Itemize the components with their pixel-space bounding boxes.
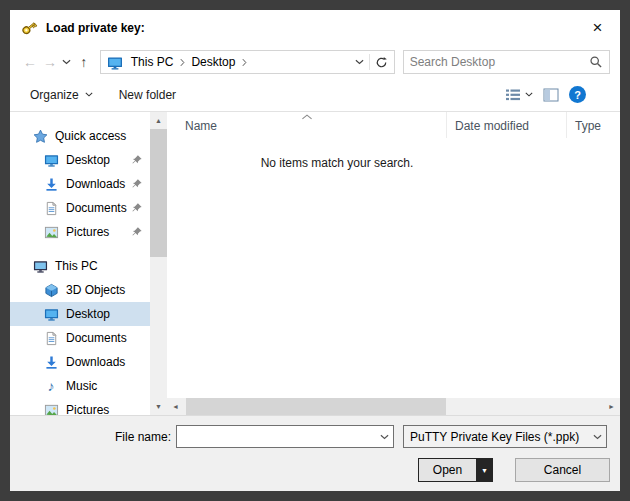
help-button[interactable]: ? bbox=[569, 86, 586, 103]
screen: { "window": { "title": "Load private key… bbox=[0, 0, 630, 501]
sidebar-item-label: This PC bbox=[55, 259, 98, 273]
address-dropdown-button[interactable] bbox=[351, 51, 369, 73]
sidebar-item-documents[interactable]: Documents bbox=[10, 326, 150, 350]
sidebar-item-desktop[interactable]: Desktop bbox=[10, 302, 150, 326]
scroll-left-button[interactable]: ◄ bbox=[167, 398, 184, 415]
empty-state-message: No items match your search. bbox=[167, 138, 507, 170]
sidebar-item-label: 3D Objects bbox=[66, 283, 125, 297]
chevron-down-icon bbox=[593, 434, 602, 440]
load-private-key-dialog: Load private key: × ← → ↑ This PC Deskto bbox=[10, 10, 620, 491]
organize-button[interactable]: Organize bbox=[24, 84, 99, 106]
cancel-button[interactable]: Cancel bbox=[515, 458, 610, 482]
sidebar-item-documents-pinned[interactable]: Documents bbox=[10, 196, 150, 220]
sidebar-item-label: Documents bbox=[66, 201, 127, 215]
column-header-name[interactable]: Name bbox=[167, 112, 447, 138]
content-area: Quick access Desktop Downloads bbox=[10, 112, 620, 415]
titlebar: Load private key: × bbox=[10, 10, 620, 46]
file-type-dropdown[interactable]: PuTTY Private Key Files (*.ppk) bbox=[403, 425, 607, 448]
scroll-right-icon: ► bbox=[608, 403, 615, 410]
close-icon: × bbox=[593, 18, 603, 38]
sidebar-item-downloads[interactable]: Downloads bbox=[10, 350, 150, 374]
file-list-area: Name Date modified Type No items match y… bbox=[167, 112, 620, 415]
star-icon bbox=[32, 128, 48, 144]
pin-icon bbox=[131, 226, 143, 238]
file-name-combo[interactable] bbox=[176, 425, 394, 448]
column-header-date-modified[interactable]: Date modified bbox=[447, 112, 567, 138]
picture-icon bbox=[43, 402, 59, 415]
search-box[interactable] bbox=[403, 50, 610, 74]
sidebar-item-label: Desktop bbox=[66, 153, 110, 167]
chevron-down-icon bbox=[85, 92, 93, 97]
pin-icon bbox=[131, 178, 143, 190]
pin-icon bbox=[131, 202, 143, 214]
recent-locations-button[interactable] bbox=[60, 50, 74, 74]
dialog-footer: File name: PuTTY Private Key Files (*.pp… bbox=[10, 415, 620, 491]
change-view-button[interactable] bbox=[505, 88, 533, 102]
scroll-up-button[interactable]: ▲ bbox=[150, 112, 167, 129]
chevron-down-icon bbox=[380, 434, 389, 440]
sidebar-item-downloads-pinned[interactable]: Downloads bbox=[10, 172, 150, 196]
sidebar-item-label: Downloads bbox=[66, 355, 125, 369]
picture-icon bbox=[43, 224, 59, 240]
up-button[interactable]: ↑ bbox=[74, 50, 94, 74]
file-name-input[interactable] bbox=[177, 430, 375, 444]
horizontal-scrollbar-thumb[interactable] bbox=[186, 398, 446, 415]
open-dropdown-button[interactable]: ▼ bbox=[476, 458, 493, 482]
horizontal-scrollbar-track[interactable] bbox=[184, 398, 603, 415]
sidebar-item-label: Documents bbox=[66, 331, 127, 345]
horizontal-scrollbar[interactable]: ◄ ► bbox=[167, 398, 620, 415]
vertical-scrollbar-thumb[interactable] bbox=[150, 129, 167, 257]
new-folder-label: New folder bbox=[119, 88, 176, 102]
sidebar-item-music[interactable]: ♪ Music bbox=[10, 374, 150, 398]
sidebar-vertical-scrollbar[interactable]: ▲ ▼ bbox=[150, 112, 167, 415]
command-bar: Organize New folder bbox=[10, 78, 620, 112]
back-button[interactable]: ← bbox=[20, 50, 40, 74]
monitor-icon bbox=[43, 152, 59, 168]
search-icon bbox=[589, 55, 603, 69]
refresh-button[interactable] bbox=[370, 51, 394, 73]
forward-arrow-icon: → bbox=[43, 54, 57, 70]
cube-icon bbox=[43, 282, 59, 298]
open-button-label: Open bbox=[433, 463, 462, 477]
open-button[interactable]: Open bbox=[418, 458, 476, 482]
scroll-left-icon: ◄ bbox=[172, 403, 179, 410]
document-icon bbox=[43, 330, 59, 346]
sidebar-item-label: Desktop bbox=[66, 307, 110, 321]
file-name-dropdown-button[interactable] bbox=[375, 426, 393, 447]
breadcrumb-chevron-icon[interactable] bbox=[177, 51, 187, 73]
sidebar-item-pictures-pinned[interactable]: Pictures bbox=[10, 220, 150, 244]
column-headers: Name Date modified Type bbox=[167, 112, 620, 138]
sidebar-item-quick-access[interactable]: Quick access bbox=[10, 124, 150, 148]
address-bar[interactable]: This PC Desktop bbox=[100, 50, 395, 74]
puttygen-key-icon bbox=[20, 19, 38, 37]
preview-pane-icon bbox=[543, 88, 559, 102]
dialog-buttons: Open ▼ Cancel bbox=[10, 458, 620, 482]
scroll-right-button[interactable]: ► bbox=[603, 398, 620, 415]
file-type-dropdown-button[interactable] bbox=[588, 426, 606, 447]
sidebar-item-pictures[interactable]: Pictures bbox=[10, 398, 150, 415]
breadcrumb-desktop[interactable]: Desktop bbox=[187, 51, 239, 73]
sidebar-item-this-pc[interactable]: This PC bbox=[10, 254, 150, 278]
sidebar-item-label: Downloads bbox=[66, 177, 125, 191]
download-icon bbox=[43, 354, 59, 370]
forward-button[interactable]: → bbox=[40, 50, 60, 74]
breadcrumb-label: Desktop bbox=[191, 55, 235, 69]
column-label: Type bbox=[575, 119, 601, 133]
scroll-down-button[interactable]: ▼ bbox=[150, 398, 167, 415]
column-label: Date modified bbox=[455, 119, 529, 133]
dialog-title: Load private key: bbox=[46, 21, 145, 35]
search-input[interactable] bbox=[410, 55, 585, 69]
close-button[interactable]: × bbox=[575, 10, 620, 46]
breadcrumb-this-pc[interactable]: This PC bbox=[127, 51, 178, 73]
scroll-down-icon: ▼ bbox=[155, 403, 162, 410]
preview-pane-button[interactable] bbox=[543, 88, 559, 102]
up-arrow-icon: ↑ bbox=[80, 54, 87, 70]
new-folder-button[interactable]: New folder bbox=[113, 84, 182, 106]
back-arrow-icon: ← bbox=[23, 54, 37, 70]
this-pc-icon bbox=[32, 258, 48, 274]
sidebar-item-desktop-pinned[interactable]: Desktop bbox=[10, 148, 150, 172]
breadcrumb-chevron-icon[interactable] bbox=[239, 51, 249, 73]
sidebar-item-3d-objects[interactable]: 3D Objects bbox=[10, 278, 150, 302]
file-name-row: File name: PuTTY Private Key Files (*.pp… bbox=[10, 425, 620, 448]
column-header-type[interactable]: Type bbox=[567, 112, 620, 138]
